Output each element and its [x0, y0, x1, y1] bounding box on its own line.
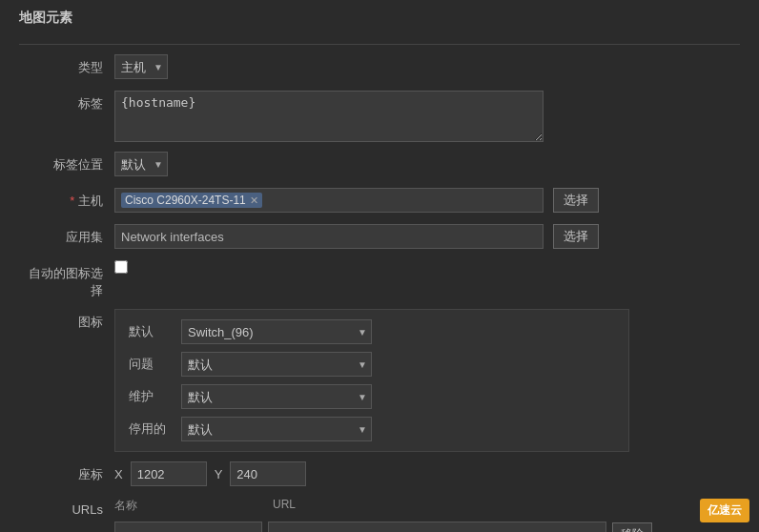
icon-default-select[interactable]: Switch_(96) Router_(96) Server_(96) 默认 — [181, 319, 372, 344]
app-label: 应用集 — [19, 224, 114, 246]
host-tag: Cisco C2960X-24TS-11 ✕ — [121, 193, 262, 208]
coords-label: 座标 — [19, 461, 114, 483]
coord-y-label: Y — [215, 467, 223, 481]
map-element-panel: 地图元素 类型 主机 图像 形状 文本 ▼ 标签 {hostname} 标签位置 — [0, 0, 759, 532]
icon-default-label: 默认 — [129, 323, 181, 340]
auto-icon-row: 自动的图标选择 — [19, 260, 740, 299]
auto-icon-checkbox[interactable] — [114, 260, 128, 274]
divider — [19, 44, 740, 45]
label-position-select[interactable]: 默认 底部 左侧 右侧 上方 — [114, 152, 168, 176]
host-content: Cisco C2960X-24TS-11 ✕ 选择 — [114, 188, 740, 213]
coord-x-label: X — [114, 467, 123, 481]
host-row: 主机 Cisco C2960X-24TS-11 ✕ 选择 — [19, 188, 740, 215]
icon-maintenance-select-wrapper: 默认 Switch_(96) Router_(96) ▼ — [181, 384, 372, 409]
icon-default-select-wrapper: Switch_(96) Router_(96) Server_(96) 默认 ▼ — [181, 319, 372, 344]
host-select-button[interactable]: 选择 — [553, 188, 599, 213]
url-name-col-header: 名称 — [114, 498, 267, 514]
label-textarea[interactable]: {hostname} — [114, 91, 544, 142]
icon-maintenance-select[interactable]: 默认 Switch_(96) Router_(96) — [181, 384, 372, 409]
label-content: {hostname} — [114, 91, 740, 142]
icon-section: 默认 Switch_(96) Router_(96) Server_(96) 默… — [114, 309, 629, 452]
type-row: 类型 主机 图像 形状 文本 ▼ — [19, 54, 740, 81]
urls-label: URLs — [19, 498, 114, 517]
icon-disabled-select-wrapper: 默认 Switch_(96) Router_(96) ▼ — [181, 417, 372, 441]
icon-disabled-row: 停用的 默认 Switch_(96) Router_(96) ▼ — [129, 417, 615, 441]
coord-y-input[interactable] — [230, 461, 306, 486]
urls-header: 名称 URL 动作 — [114, 498, 740, 514]
icon-disabled-label: 停用的 — [129, 420, 181, 438]
coords-row: 座标 X Y — [19, 461, 740, 488]
type-label: 类型 — [19, 54, 114, 76]
icon-row: 图标 默认 Switch_(96) Router_(96) Server_(96… — [19, 309, 740, 452]
host-tag-text: Cisco C2960X-24TS-11 — [125, 194, 246, 207]
app-select-button[interactable]: 选择 — [553, 224, 599, 249]
urls-row: URLs 名称 URL 动作 移除 添加 — [19, 498, 740, 532]
panel-title: 地图元素 — [19, 10, 740, 32]
icon-maintenance-label: 维护 — [129, 388, 181, 405]
type-select[interactable]: 主机 图像 形状 文本 — [114, 54, 168, 79]
url-name-input[interactable] — [114, 522, 262, 532]
auto-icon-label: 自动的图标选择 — [19, 260, 114, 299]
label-row: 标签 {hostname} — [19, 91, 740, 142]
urls-data-row: 移除 — [114, 522, 652, 532]
type-content: 主机 图像 形状 文本 ▼ — [114, 54, 740, 79]
app-value-text: Network interfaces — [121, 230, 224, 244]
coords-inputs: X Y — [114, 461, 306, 486]
icon-content: 默认 Switch_(96) Router_(96) Server_(96) 默… — [114, 309, 740, 452]
icon-disabled-select[interactable]: 默认 Switch_(96) Router_(96) — [181, 417, 372, 441]
label-position-row: 标签位置 默认 底部 左侧 右侧 上方 ▼ — [19, 152, 740, 178]
app-field: Network interfaces — [114, 224, 544, 249]
label-position-content: 默认 底部 左侧 右侧 上方 ▼ — [114, 152, 740, 176]
auto-icon-content — [114, 260, 740, 274]
host-field: Cisco C2960X-24TS-11 ✕ — [114, 188, 544, 213]
watermark: 亿速云 — [700, 499, 749, 522]
icon-label: 图标 — [19, 309, 114, 331]
url-url-input[interactable] — [268, 522, 606, 532]
label-label: 标签 — [19, 91, 114, 113]
host-tag-close-icon[interactable]: ✕ — [250, 194, 258, 207]
url-remove-button[interactable]: 移除 — [612, 522, 652, 532]
icon-problem-label: 问题 — [129, 356, 181, 373]
label-position-label: 标签位置 — [19, 152, 114, 174]
app-row: 应用集 Network interfaces 选择 — [19, 224, 740, 251]
icon-problem-select[interactable]: 默认 Switch_(96) Router_(96) — [181, 352, 372, 377]
icon-problem-row: 问题 默认 Switch_(96) Router_(96) ▼ — [129, 352, 615, 377]
app-content: Network interfaces 选择 — [114, 224, 740, 249]
icon-problem-select-wrapper: 默认 Switch_(96) Router_(96) ▼ — [181, 352, 372, 377]
coord-x-input[interactable] — [131, 461, 207, 486]
icon-default-row: 默认 Switch_(96) Router_(96) Server_(96) 默… — [129, 319, 615, 344]
urls-content: 名称 URL 动作 移除 添加 — [114, 498, 740, 532]
type-select-wrapper: 主机 图像 形状 文本 ▼ — [114, 54, 168, 79]
label-position-select-wrapper: 默认 底部 左侧 右侧 上方 ▼ — [114, 152, 168, 176]
host-label: 主机 — [19, 188, 114, 210]
icon-maintenance-row: 维护 默认 Switch_(96) Router_(96) ▼ — [129, 384, 615, 409]
url-url-col-header: URL — [267, 498, 629, 514]
coords-content: X Y — [114, 461, 740, 486]
auto-icon-checkbox-wrapper — [114, 260, 128, 274]
